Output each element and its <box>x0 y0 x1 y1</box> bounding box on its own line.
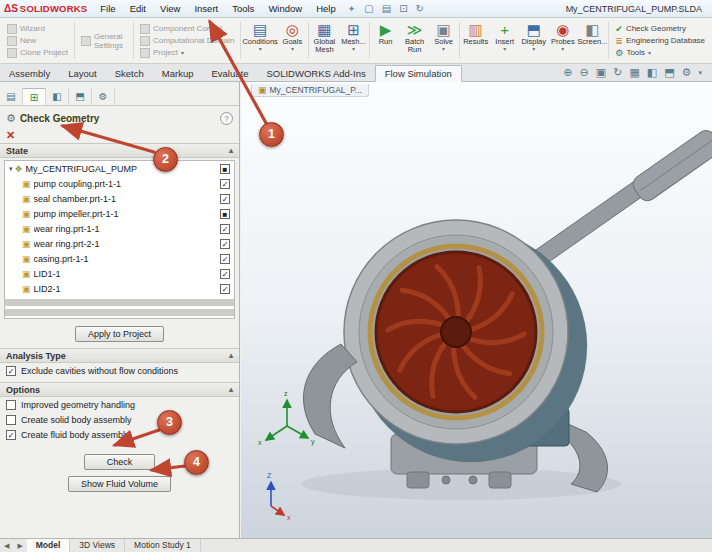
property-manager-icon: ◧ <box>52 91 61 102</box>
insert-button[interactable]: +Insert▾ <box>490 19 519 62</box>
global-mesh-button[interactable]: ▦Global Mesh <box>310 19 339 62</box>
close-icon[interactable]: ✕ <box>6 129 15 142</box>
tab-sketch[interactable]: Sketch <box>106 66 153 81</box>
project-dropdown[interactable]: Project▾ <box>140 48 234 58</box>
open-document-icon[interactable]: ▤ <box>378 3 395 14</box>
options-section-header[interactable]: Options ▴ <box>0 382 239 397</box>
solve-button[interactable]: ▣Solve▾ <box>429 19 458 62</box>
menu-insert[interactable]: Insert <box>187 0 225 18</box>
tree-checkbox[interactable]: ✓ <box>220 269 230 279</box>
check-geometry-button[interactable]: ✔Check Geometry <box>615 24 705 34</box>
rebuild-icon[interactable]: ↻ <box>412 3 428 14</box>
engineering-database-button[interactable]: ≣Engineering Database <box>615 36 705 46</box>
tools-dropdown[interactable]: ⚙Tools▾ <box>615 48 705 58</box>
goals-button[interactable]: ◎Goals▾ <box>278 19 307 62</box>
view-orientation-icon[interactable]: ⬒ <box>664 66 674 79</box>
features-tree-tab[interactable]: ▤ <box>0 88 23 105</box>
tab-markup[interactable]: Markup <box>153 66 203 81</box>
check-button[interactable]: Check <box>84 454 156 470</box>
exclude-cavities-option[interactable]: ✓ Exclude cavities without flow conditio… <box>0 363 239 378</box>
tree-checkbox[interactable]: ✓ <box>220 224 230 234</box>
zoom-fit-icon[interactable]: ▣ <box>596 66 606 79</box>
pin-icon[interactable]: ✦ <box>343 4 361 14</box>
tree-item[interactable]: ▣LID2-1✓ <box>5 281 234 296</box>
menu-tools[interactable]: Tools <box>225 0 261 18</box>
view-settings-icon[interactable]: ⚙ <box>682 66 692 79</box>
tree-checkbox[interactable]: ✓ <box>220 254 230 264</box>
zoom-out-icon[interactable]: ⊖ <box>580 66 589 79</box>
improved-geometry-checkbox[interactable] <box>6 400 16 410</box>
help-icon[interactable]: ? <box>220 112 233 125</box>
tree-item[interactable]: ▣casing.prt-1-1✓ <box>5 251 234 266</box>
tree-checkbox[interactable]: ■ <box>220 164 230 174</box>
analysis-type-section-header[interactable]: Analysis Type ▴ <box>0 348 239 363</box>
zoom-in-icon[interactable]: ⊕ <box>563 66 572 79</box>
menu-edit[interactable]: Edit <box>123 0 153 18</box>
3d-views-tab[interactable]: 3D Views <box>70 539 125 552</box>
tree-item-root[interactable]: ▾❖My_CENTRIFUGAL_PUMP■ <box>5 161 234 176</box>
property-manager-tab[interactable]: ◧ <box>46 88 69 105</box>
apply-to-project-button[interactable]: Apply to Project <box>75 326 164 342</box>
tab-scroll-left-icon[interactable]: ◀ <box>0 542 13 550</box>
pump-3d-model[interactable]: z x y Z x <box>241 82 712 538</box>
configurations-tab[interactable]: ⬒ <box>69 88 92 105</box>
display-manager-tab[interactable]: ⚙ <box>92 88 115 105</box>
simulation-tree-tab[interactable]: ⊞ <box>23 88 46 105</box>
tree-checkbox[interactable]: ■ <box>220 209 230 219</box>
exclude-cavities-checkbox[interactable]: ✓ <box>6 366 16 376</box>
menu-view[interactable]: View <box>153 0 187 18</box>
tree-item[interactable]: ▣pump coupling.prt-1-1✓ <box>5 176 234 191</box>
screen-capture-button[interactable]: ◧Screen... <box>577 19 607 62</box>
tree-item[interactable]: ▣wear ring.prt-1-1✓ <box>5 221 234 236</box>
document-tab[interactable]: ▣ My_CENTRIFUGAL_P... <box>251 84 369 97</box>
create-solid-body-checkbox[interactable] <box>6 415 16 425</box>
screen-capture-icon: ◧ <box>585 21 599 38</box>
rotate-view-icon[interactable]: ↻ <box>613 66 622 79</box>
tree-item[interactable]: ▣LID1-1✓ <box>5 266 234 281</box>
create-fluid-body-checkbox[interactable]: ✓ <box>6 430 16 440</box>
display-button[interactable]: ⬒Display▾ <box>519 19 548 62</box>
component-control-button[interactable]: Component Control <box>140 24 234 34</box>
create-solid-body-option[interactable]: Create solid body assembly <box>0 412 239 427</box>
tree-item[interactable]: ▣pump impeller.prt-1-1■ <box>5 206 234 221</box>
general-settings-button[interactable]: General Settings <box>81 32 127 50</box>
tab-flow-simulation[interactable]: Flow Simulation <box>375 65 462 82</box>
wizard-button[interactable]: Wizard <box>7 24 68 34</box>
tab-assembly[interactable]: Assembly <box>0 66 59 81</box>
create-fluid-body-option[interactable]: ✓ Create fluid body assembly <box>0 427 239 442</box>
conditions-button[interactable]: ▤Conditions▾ <box>242 19 277 62</box>
new-document-icon[interactable]: ▢ <box>360 3 377 14</box>
display-style-icon[interactable]: ◧ <box>647 66 657 79</box>
tree-checkbox[interactable]: ✓ <box>220 194 230 204</box>
graphics-viewport[interactable]: z x y Z x ▣ My_CENTRIFUGAL_P... <box>241 82 712 538</box>
save-icon[interactable]: ⊡ <box>395 3 411 14</box>
tree-checkbox[interactable]: ✓ <box>220 239 230 249</box>
improved-geometry-option[interactable]: Improved geometry handling <box>0 397 239 412</box>
tab-evaluate[interactable]: Evaluate <box>202 66 257 81</box>
tree-item[interactable]: ▣wear ring.prt-2-1✓ <box>5 236 234 251</box>
tree-checkbox[interactable]: ✓ <box>220 284 230 294</box>
tab-solidworks-add-ins[interactable]: SOLIDWORKS Add-Ins <box>257 66 374 81</box>
new-project-button[interactable]: New <box>7 36 68 46</box>
tree-item[interactable]: ▣seal chamber.prt-1-1✓ <box>5 191 234 206</box>
menu-help[interactable]: Help <box>309 0 343 18</box>
run-button[interactable]: ▶Run <box>371 19 400 62</box>
show-fluid-volume-button[interactable]: Show Fluid Volume <box>68 476 171 492</box>
menu-file[interactable]: File <box>93 0 122 18</box>
section-view-icon[interactable]: ▦ <box>629 66 639 79</box>
motion-study-tab[interactable]: Motion Study 1 <box>125 539 201 552</box>
computational-domain-button[interactable]: Computational Domain <box>140 36 234 46</box>
tab-layout[interactable]: Layout <box>59 66 106 81</box>
probes-button[interactable]: ◉Probes▾ <box>548 19 577 62</box>
batch-run-button[interactable]: ≫Batch Run <box>400 19 429 62</box>
menu-window[interactable]: Window <box>261 0 309 18</box>
expand-icon[interactable]: ▾ <box>9 165 13 173</box>
mesh-button[interactable]: ⊞Mesh...▾ <box>339 19 368 62</box>
results-button[interactable]: ▥Results <box>461 19 490 62</box>
model-tab[interactable]: Model <box>27 539 71 552</box>
state-section-header[interactable]: State ▴ <box>0 143 239 158</box>
clone-project-button[interactable]: Clone Project <box>7 48 68 58</box>
tree-checkbox[interactable]: ✓ <box>220 179 230 189</box>
chevron-down-icon[interactable]: ▾ <box>698 69 702 77</box>
tab-scroll-right-icon[interactable]: ▶ <box>13 542 26 550</box>
